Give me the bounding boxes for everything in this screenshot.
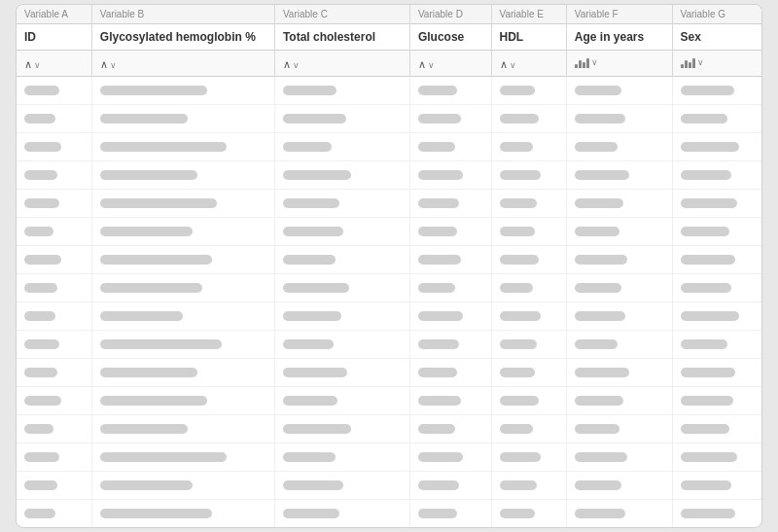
cell-f-2 bbox=[566, 133, 672, 161]
cell-g-4 bbox=[672, 190, 761, 218]
col-age-header: Age in years bbox=[566, 24, 672, 51]
table-row bbox=[17, 500, 761, 528]
cell-d-13 bbox=[409, 443, 491, 472]
table-row bbox=[17, 415, 761, 443]
cell-e-10 bbox=[491, 359, 566, 387]
table-row bbox=[17, 302, 761, 331]
cell-d-6 bbox=[409, 246, 491, 274]
cell-f-1 bbox=[566, 105, 672, 133]
sort-b-chevron: ∨ bbox=[110, 60, 117, 70]
data-table: Variable A Variable B Variable C Variabl… bbox=[16, 4, 762, 528]
col-hba1c-header: Glycosylated hemoglobin % bbox=[91, 24, 274, 51]
table-row bbox=[17, 218, 761, 246]
cell-g-3 bbox=[672, 161, 761, 190]
sort-b-btn[interactable]: ∧ ∨ bbox=[100, 58, 117, 71]
var-b-label: Variable B bbox=[91, 5, 274, 24]
main-table: Variable A Variable B Variable C Variabl… bbox=[17, 5, 761, 527]
table-row bbox=[17, 443, 761, 472]
cell-e-6 bbox=[491, 246, 566, 274]
cell-id-0 bbox=[17, 77, 91, 105]
cell-id-8 bbox=[17, 302, 91, 331]
cell-id-13 bbox=[17, 443, 91, 472]
filter-d[interactable]: ∧ ∨ bbox=[409, 51, 491, 77]
cell-c-14 bbox=[274, 472, 409, 500]
cell-e-11 bbox=[491, 387, 566, 415]
cell-e-0 bbox=[491, 77, 566, 105]
cell-id-11 bbox=[17, 387, 91, 415]
cell-c-1 bbox=[274, 105, 409, 133]
table-row bbox=[17, 472, 761, 500]
filter-e[interactable]: ∧ ∨ bbox=[491, 51, 566, 77]
cell-g-8 bbox=[672, 302, 761, 331]
cell-c-12 bbox=[274, 415, 409, 443]
cell-b-13 bbox=[91, 443, 274, 472]
sort-c-btn[interactable]: ∧ ∨ bbox=[283, 58, 300, 71]
cell-e-4 bbox=[491, 190, 566, 218]
cell-d-11 bbox=[409, 387, 491, 415]
cell-g-15 bbox=[672, 500, 761, 528]
cell-id-15 bbox=[17, 500, 91, 528]
cell-id-1 bbox=[17, 105, 91, 133]
cell-id-2 bbox=[17, 133, 91, 161]
cell-g-9 bbox=[672, 331, 761, 359]
sort-d-btn[interactable]: ∧ ∨ bbox=[418, 58, 435, 71]
cell-b-4 bbox=[91, 190, 274, 218]
sort-e-btn[interactable]: ∧ ∨ bbox=[500, 58, 516, 71]
cell-d-12 bbox=[409, 415, 491, 443]
var-a-label: Variable A bbox=[17, 5, 91, 24]
cell-d-2 bbox=[409, 133, 491, 161]
var-c-label: Variable C bbox=[274, 5, 409, 24]
filter-row: ∧ ∨ ∧ ∨ ∧ ∨ bbox=[17, 51, 761, 77]
sort-b-icon: ∧ bbox=[100, 58, 108, 71]
cell-id-14 bbox=[17, 472, 91, 500]
col-id-header: ID bbox=[17, 24, 91, 51]
filter-b[interactable]: ∧ ∨ bbox=[91, 51, 274, 77]
cell-c-7 bbox=[274, 274, 409, 302]
var-g-label: Variable G bbox=[672, 5, 761, 24]
cell-e-5 bbox=[491, 218, 566, 246]
col-glucose-header: Glucose bbox=[409, 24, 491, 51]
cell-b-6 bbox=[91, 246, 274, 274]
cell-d-14 bbox=[409, 472, 491, 500]
var-f-label: Variable F bbox=[566, 5, 672, 24]
cell-c-3 bbox=[274, 161, 409, 190]
var-d-label: Variable D bbox=[409, 5, 491, 24]
cell-d-15 bbox=[409, 500, 491, 528]
sort-f-btn[interactable]: ∨ bbox=[575, 56, 598, 68]
col-hdl-header: HDL bbox=[491, 24, 566, 51]
sort-id-btn[interactable]: ∧ ∨ bbox=[24, 58, 41, 71]
cell-g-2 bbox=[672, 133, 761, 161]
table-row bbox=[17, 133, 761, 161]
filter-c[interactable]: ∧ ∨ bbox=[274, 51, 409, 77]
col-sex-header: Sex bbox=[672, 24, 761, 51]
sort-g-chevron: ∨ bbox=[697, 57, 704, 67]
cell-c-13 bbox=[274, 443, 409, 472]
sort-c-icon: ∧ bbox=[283, 58, 291, 71]
cell-d-1 bbox=[409, 105, 491, 133]
cell-g-7 bbox=[672, 274, 761, 302]
cell-b-10 bbox=[91, 359, 274, 387]
filter-f[interactable]: ∨ bbox=[566, 51, 672, 77]
cell-g-11 bbox=[672, 387, 761, 415]
cell-f-11 bbox=[566, 387, 672, 415]
table-row bbox=[17, 77, 761, 105]
cell-e-14 bbox=[491, 472, 566, 500]
cell-b-2 bbox=[91, 133, 274, 161]
cell-e-13 bbox=[491, 443, 566, 472]
cell-b-8 bbox=[91, 302, 274, 331]
filter-id[interactable]: ∧ ∨ bbox=[17, 51, 91, 77]
cell-g-10 bbox=[672, 359, 761, 387]
cell-c-5 bbox=[274, 218, 409, 246]
cell-b-0 bbox=[91, 77, 274, 105]
filter-g[interactable]: ∨ bbox=[672, 51, 761, 77]
sort-d-chevron: ∨ bbox=[428, 60, 435, 70]
cell-g-13 bbox=[672, 443, 761, 472]
cell-id-6 bbox=[17, 246, 91, 274]
cell-d-5 bbox=[409, 218, 491, 246]
cell-e-15 bbox=[491, 500, 566, 528]
cell-b-7 bbox=[91, 274, 274, 302]
cell-f-7 bbox=[566, 274, 672, 302]
table-wrapper: Variable A Variable B Variable C Variabl… bbox=[17, 5, 761, 527]
sort-g-btn[interactable]: ∨ bbox=[681, 56, 704, 68]
cell-e-8 bbox=[491, 302, 566, 331]
